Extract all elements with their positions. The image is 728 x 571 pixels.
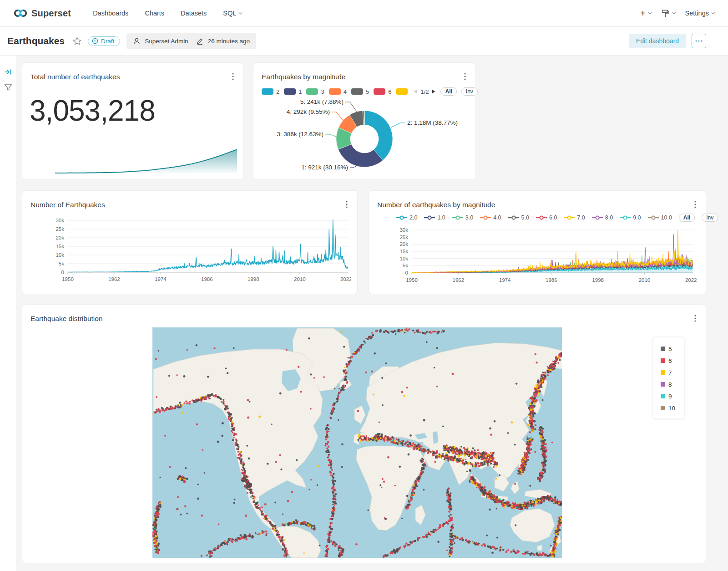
y-tick-label: 20k bbox=[56, 235, 64, 240]
legend-entry-6.0[interactable]: 6.0 bbox=[536, 214, 557, 221]
superset-logo[interactable]: Superset bbox=[14, 8, 71, 19]
ellipsis-icon bbox=[695, 40, 703, 42]
legend-swatch bbox=[374, 88, 385, 95]
pie-label-line bbox=[325, 134, 337, 137]
pie-slice-7[interactable] bbox=[364, 111, 364, 125]
map-legend-item-10: 10 bbox=[661, 402, 684, 414]
edit-pencil-icon bbox=[196, 37, 204, 45]
nav-item-datasets[interactable]: Datasets bbox=[181, 10, 207, 17]
pie-label-line bbox=[391, 123, 405, 127]
line-series-marker bbox=[480, 215, 491, 220]
x-tick-label: 1962 bbox=[108, 276, 120, 282]
x-tick-label: 1998 bbox=[248, 276, 259, 282]
chart-menu-kebab-icon[interactable] bbox=[691, 200, 699, 209]
legend-entry-4[interactable]: 4 bbox=[329, 88, 347, 95]
legend-swatch bbox=[661, 382, 665, 387]
y-tick-label: 25k bbox=[399, 235, 408, 240]
line-series-marker bbox=[620, 215, 631, 220]
chevron-down-icon bbox=[238, 12, 243, 15]
legend-entry-2[interactable]: 2 bbox=[262, 88, 279, 95]
prev-page-icon[interactable] bbox=[413, 89, 418, 94]
legend-swatch bbox=[262, 88, 273, 95]
legend-label: 6.0 bbox=[549, 214, 557, 221]
pie-chart[interactable]: 5: 241k (7.88%)4: 292k (9.55%)3: 386k (1… bbox=[253, 96, 476, 179]
pie-label: 5: 241k (7.88%) bbox=[300, 98, 344, 105]
legend-entry-1.0[interactable]: 1.0 bbox=[424, 214, 445, 221]
legend-swatch bbox=[351, 88, 363, 95]
legend-entry-5.0[interactable]: 5.0 bbox=[508, 214, 529, 221]
alerts-menu[interactable] bbox=[661, 10, 676, 17]
nav-right: + Settings bbox=[640, 9, 715, 18]
nav-item-dashboards[interactable]: Dashboards bbox=[93, 10, 128, 17]
x-tick-label: 1974 bbox=[499, 277, 511, 283]
y-tick-label: 30k bbox=[399, 227, 408, 233]
legend-entry-7.0[interactable]: 7.0 bbox=[564, 214, 585, 221]
chart-title: Total number of earthquakes bbox=[30, 73, 120, 81]
legend-entry-truncated[interactable] bbox=[396, 88, 408, 95]
y-tick-label: 15k bbox=[399, 249, 408, 254]
chart-menu-kebab-icon[interactable] bbox=[229, 72, 237, 81]
chart-menu-kebab-icon[interactable] bbox=[691, 314, 699, 323]
line-series-marker bbox=[396, 215, 407, 220]
x-tick-label: 1962 bbox=[452, 277, 464, 283]
legend-entry-3[interactable]: 3 bbox=[306, 88, 324, 95]
nav-item-label: SQL bbox=[223, 10, 236, 17]
line-chart[interactable]: 05k10k15k20k25k30k1950196219741986199820… bbox=[30, 214, 351, 290]
nav-item-sql[interactable]: SQL bbox=[223, 10, 243, 17]
dashboard-meta: Superset Admin 26 minutes ago bbox=[126, 33, 256, 49]
legend-label: 9.0 bbox=[633, 214, 641, 221]
settings-menu[interactable]: Settings bbox=[685, 10, 715, 17]
map-legend-item-6: 6 bbox=[661, 355, 684, 367]
legend-swatch bbox=[661, 370, 665, 375]
legend-swatch bbox=[661, 406, 665, 410]
legend-entry-6[interactable]: 6 bbox=[374, 88, 391, 95]
chart-menu-kebab-icon[interactable] bbox=[461, 72, 469, 81]
dashboard-header: Earthquakes Draft Superset Admin 26 minu… bbox=[0, 27, 728, 56]
legend-label: 5 bbox=[366, 88, 369, 95]
trendline-sparkline bbox=[30, 147, 237, 175]
map-legend-item-9: 9 bbox=[661, 390, 684, 402]
line-series-marker bbox=[564, 215, 575, 220]
page-indicator: 1/2 bbox=[420, 88, 429, 95]
legend-entry-9.0[interactable]: 9.0 bbox=[620, 214, 641, 221]
legend-inv-button[interactable]: Inv bbox=[702, 214, 718, 222]
owner-label[interactable]: Superset Admin bbox=[145, 38, 188, 45]
legend-all-button[interactable]: All bbox=[440, 87, 456, 96]
edit-dashboard-button[interactable]: Edit dashboard bbox=[629, 34, 686, 48]
expand-filter-bar-icon[interactable] bbox=[4, 67, 13, 76]
legend-entry-8.0[interactable]: 8.0 bbox=[592, 214, 613, 221]
next-page-icon[interactable] bbox=[431, 89, 436, 94]
legend-inv-button[interactable]: Inv bbox=[461, 87, 478, 96]
legend-swatch bbox=[396, 88, 408, 95]
page-title: Earthquakes bbox=[7, 36, 65, 46]
y-tick-label: 0 bbox=[405, 270, 408, 275]
card-earthquakes-by-magnitude: Earthquakes by magnitude 2134561/2AllInv… bbox=[253, 62, 476, 180]
y-tick-label: 20k bbox=[399, 241, 408, 247]
world-map-canvas[interactable] bbox=[152, 327, 562, 558]
status-badge[interactable]: Draft bbox=[88, 36, 120, 46]
legend-entry-1[interactable]: 1 bbox=[284, 88, 302, 95]
nav-item-charts[interactable]: Charts bbox=[145, 10, 164, 17]
new-menu[interactable]: + bbox=[640, 9, 652, 18]
chevron-down-icon bbox=[672, 12, 676, 15]
multi-line-chart[interactable]: 05k10k15k20k25k30k1950196219741986199820… bbox=[376, 225, 699, 290]
legend-label: 10 bbox=[668, 405, 675, 412]
nav-item-label: Charts bbox=[145, 10, 164, 17]
legend-all-button[interactable]: All bbox=[679, 214, 695, 222]
filter-funnel-icon[interactable] bbox=[4, 83, 13, 92]
nav-item-label: Datasets bbox=[181, 10, 207, 17]
settings-label: Settings bbox=[685, 10, 709, 17]
filter-rail bbox=[0, 56, 16, 571]
dashboard-actions-button[interactable] bbox=[692, 34, 706, 48]
legend-entry-5[interactable]: 5 bbox=[351, 88, 369, 95]
legend-entry-3.0[interactable]: 3.0 bbox=[452, 214, 473, 221]
favorite-star-icon[interactable] bbox=[73, 37, 81, 45]
legend-label: 7 bbox=[668, 369, 672, 376]
pie-label-line bbox=[345, 102, 357, 112]
y-tick-label: 10k bbox=[399, 256, 408, 261]
legend-entry-4.0[interactable]: 4.0 bbox=[480, 214, 501, 221]
legend-entry-2.0[interactable]: 2.0 bbox=[396, 214, 417, 221]
chart-menu-kebab-icon[interactable] bbox=[343, 200, 351, 209]
x-tick-label: 2022 bbox=[685, 277, 697, 283]
legend-entry-10.0[interactable]: 10.0 bbox=[648, 214, 672, 221]
